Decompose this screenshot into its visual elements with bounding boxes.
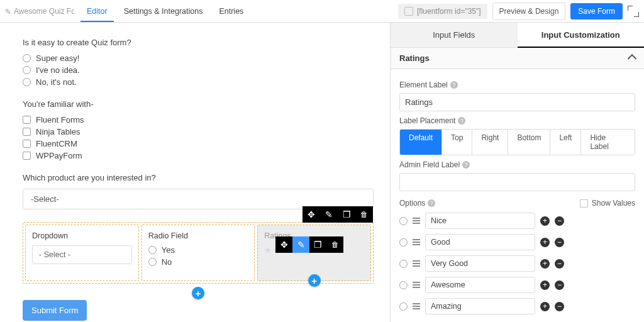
- remove-option-button[interactable]: −: [555, 259, 564, 269]
- option-text-input[interactable]: [425, 234, 535, 250]
- drag-handle-icon[interactable]: [413, 282, 420, 288]
- remove-option-button[interactable]: −: [555, 238, 564, 247]
- tab-entries[interactable]: Entries: [213, 1, 250, 22]
- submit-button[interactable]: Submit Form: [23, 300, 87, 321]
- app-title-text: Awesome Quiz Fo...: [14, 7, 74, 16]
- add-option-button[interactable]: +: [540, 216, 550, 226]
- columns-container[interactable]: Dropdown - Select - Radio Field Yes No R…: [23, 222, 374, 284]
- admin-field-label-input[interactable]: [399, 173, 635, 191]
- pencil-icon[interactable]: [292, 236, 309, 253]
- option-row: +−: [399, 234, 635, 250]
- add-option-button[interactable]: +: [540, 259, 550, 269]
- checkbox-option[interactable]: Fluent Forms: [23, 115, 374, 125]
- move-icon[interactable]: [303, 206, 320, 223]
- drag-handle-icon[interactable]: [413, 303, 420, 309]
- radio-icon[interactable]: [399, 303, 408, 311]
- select-input[interactable]: - Select -: [32, 245, 132, 264]
- checkbox-icon: [23, 128, 31, 136]
- tab-input-customization[interactable]: Input Customization: [518, 23, 645, 48]
- field-label: Label Placement?: [399, 116, 635, 125]
- chevron-up-icon: [628, 53, 636, 62]
- help-icon[interactable]: ?: [462, 161, 470, 169]
- drag-handle-icon[interactable]: [413, 239, 420, 245]
- column-radio[interactable]: Radio Field Yes No: [142, 225, 255, 281]
- checkbox-option[interactable]: WPPayForm: [23, 151, 374, 160]
- shortcode-chip[interactable]: [fluentform id="35"]: [398, 4, 487, 19]
- tab-input-fields[interactable]: Input Fields: [391, 23, 518, 47]
- copy-icon[interactable]: [338, 206, 355, 223]
- drag-handle-icon[interactable]: [413, 260, 420, 267]
- radio-option[interactable]: Yes: [148, 245, 248, 255]
- form-canvas: Is it easy to create Quiz form? Super ea…: [0, 23, 390, 322]
- checkbox-option[interactable]: Ninja Tables: [23, 127, 374, 136]
- seg-default[interactable]: Default: [400, 130, 442, 155]
- shortcode-text: [fluentform id="35"]: [417, 7, 481, 16]
- add-option-button[interactable]: +: [540, 302, 550, 311]
- preview-design-button[interactable]: Preview & Design: [492, 3, 566, 20]
- field-toolbar: [275, 236, 343, 253]
- question-select-block[interactable]: Which product are you interested in? -Se…: [23, 173, 374, 209]
- checkbox-icon: [23, 140, 31, 148]
- remove-option-button[interactable]: −: [555, 216, 564, 226]
- radio-option[interactable]: No: [148, 257, 248, 267]
- column-ratings[interactable]: Ratings ★ ★ ★ ★ ★ +: [257, 225, 371, 281]
- seg-bottom[interactable]: Bottom: [508, 130, 550, 155]
- checkbox-icon: [23, 116, 31, 124]
- trash-icon[interactable]: [355, 206, 373, 223]
- question-label: Is it easy to create Quiz form?: [23, 38, 374, 47]
- add-section-button[interactable]: +: [192, 287, 204, 299]
- column-dropdown[interactable]: Dropdown - Select -: [25, 225, 139, 281]
- question-radio-block[interactable]: Is it easy to create Quiz form? Super ea…: [23, 38, 374, 87]
- question-checkbox-block[interactable]: You're familiar with- Fluent Forms Ninja…: [23, 99, 374, 160]
- radio-icon[interactable]: [399, 238, 408, 247]
- element-label-input[interactable]: [399, 93, 635, 111]
- save-form-button[interactable]: Save Form: [570, 3, 623, 19]
- side-panel: Input Fields Input Customization Ratings…: [390, 23, 644, 322]
- app-title: Awesome Quiz Fo...: [5, 7, 74, 16]
- remove-option-button[interactable]: −: [555, 280, 564, 290]
- option-text-input[interactable]: [425, 213, 535, 229]
- option-text-input[interactable]: [425, 298, 535, 314]
- help-icon[interactable]: ?: [428, 199, 435, 207]
- option-text-input[interactable]: [425, 255, 535, 272]
- add-field-button[interactable]: +: [308, 274, 321, 287]
- trash-icon[interactable]: [326, 236, 343, 253]
- help-icon[interactable]: ?: [458, 117, 465, 125]
- radio-icon[interactable]: [399, 281, 408, 289]
- add-option-button[interactable]: +: [540, 238, 550, 247]
- field-label: Radio Field: [148, 231, 248, 240]
- expand-icon[interactable]: [628, 6, 639, 17]
- add-option-button[interactable]: +: [540, 280, 550, 290]
- star-icon: ★: [264, 245, 272, 255]
- radio-option[interactable]: Super easy!: [23, 53, 374, 63]
- question-label: You're familiar with-: [23, 99, 374, 109]
- drag-handle-icon[interactable]: [413, 218, 420, 224]
- radio-icon[interactable]: [399, 260, 408, 268]
- checkbox-option[interactable]: FluentCRM: [23, 139, 374, 148]
- seg-left[interactable]: Left: [550, 130, 581, 155]
- copy-icon[interactable]: [309, 236, 326, 253]
- radio-icon[interactable]: [399, 217, 408, 225]
- help-icon[interactable]: ?: [450, 81, 458, 89]
- option-row: +−: [399, 298, 635, 314]
- remove-option-button[interactable]: −: [555, 302, 564, 311]
- seg-hide[interactable]: Hide Label: [581, 130, 635, 155]
- show-values-toggle[interactable]: Show Values: [580, 199, 635, 208]
- tab-settings[interactable]: Settings & Integrations: [118, 1, 209, 22]
- radio-option[interactable]: I've no idea.: [23, 65, 374, 75]
- label-placement-group: Default Top Right Bottom Left Hide Label: [399, 129, 635, 155]
- radio-option[interactable]: No, it's not.: [23, 77, 374, 87]
- pencil-icon[interactable]: [320, 206, 338, 223]
- accordion-title: Ratings: [399, 53, 430, 63]
- accordion-header[interactable]: Ratings: [391, 48, 644, 69]
- move-icon[interactable]: [275, 236, 292, 253]
- seg-right[interactable]: Right: [472, 130, 508, 155]
- option-row: +−: [399, 213, 635, 229]
- radio-icon: [23, 54, 31, 62]
- seg-top[interactable]: Top: [442, 130, 472, 155]
- container-toolbar: [303, 206, 373, 223]
- side-tabs: Input Fields Input Customization: [391, 23, 644, 48]
- tab-editor[interactable]: Editor: [80, 1, 114, 22]
- option-row: +−: [399, 255, 635, 272]
- option-text-input[interactable]: [425, 277, 535, 293]
